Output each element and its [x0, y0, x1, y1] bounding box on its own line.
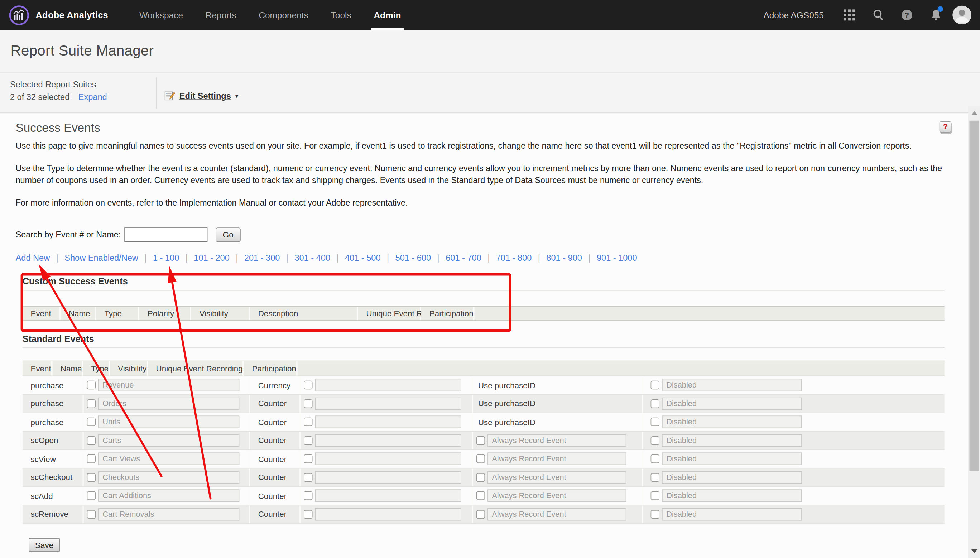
participation-checkbox[interactable] [651, 473, 660, 482]
event-range-link[interactable]: Add New [16, 253, 50, 263]
participation-checkbox[interactable] [651, 491, 660, 500]
scroll-down-arrow[interactable] [968, 544, 980, 558]
vertical-scrollbar[interactable] [968, 107, 980, 558]
participation-checkbox[interactable] [651, 455, 660, 463]
visibility-input[interactable] [315, 471, 461, 484]
visibility-checkbox[interactable] [304, 418, 312, 426]
go-button[interactable]: Go [216, 227, 240, 242]
event-range-link[interactable]: 1 - 100 [153, 253, 179, 263]
event-name-input[interactable] [98, 397, 239, 410]
column-header: Event [23, 361, 52, 376]
event-range-link[interactable]: 301 - 400 [294, 253, 330, 263]
column-header: Description [250, 307, 358, 320]
scrollbar-thumb[interactable] [969, 121, 978, 471]
event-range-link[interactable]: Show Enabled/New [64, 253, 138, 263]
event-name-input[interactable] [98, 508, 239, 520]
event-range-link[interactable]: 601 - 700 [446, 253, 481, 263]
event-name-input[interactable] [98, 434, 239, 446]
unique-event-recording-checkbox[interactable] [476, 436, 485, 445]
participation-input[interactable] [662, 416, 802, 428]
edit-settings-menu[interactable]: Edit Settings ▾ [164, 90, 238, 101]
column-header: Type [83, 361, 110, 376]
name-enable-checkbox[interactable] [87, 418, 96, 426]
visibility-input[interactable] [315, 379, 461, 391]
save-button[interactable]: Save [29, 538, 60, 551]
event-search-input[interactable] [125, 227, 208, 242]
visibility-input[interactable] [315, 490, 461, 502]
visibility-checkbox[interactable] [304, 473, 312, 482]
event-name-input[interactable] [98, 453, 239, 465]
expand-link[interactable]: Expand [79, 92, 107, 102]
event-name-input[interactable] [98, 379, 239, 391]
help-icon[interactable]: ? [895, 3, 919, 27]
org-switcher[interactable]: Adobe AGS055 [763, 10, 824, 20]
unique-event-recording-checkbox[interactable] [476, 510, 485, 518]
visibility-input[interactable] [315, 397, 461, 410]
name-enable-checkbox[interactable] [87, 399, 96, 408]
visibility-input[interactable] [315, 434, 461, 446]
event-range-link[interactable]: 901 - 1000 [597, 253, 637, 263]
participation-input[interactable] [662, 508, 802, 520]
unique-event-recording-input[interactable] [488, 453, 626, 465]
visibility-checkbox[interactable] [304, 399, 312, 408]
event-range-link[interactable]: 401 - 500 [345, 253, 381, 263]
name-enable-checkbox[interactable] [87, 455, 96, 463]
visibility-checkbox[interactable] [304, 436, 312, 445]
name-enable-checkbox[interactable] [87, 436, 96, 445]
participation-input[interactable] [662, 397, 802, 410]
search-icon[interactable] [867, 3, 890, 27]
participation-input[interactable] [662, 379, 802, 391]
unique-event-recording-input[interactable] [488, 490, 626, 502]
event-range-link[interactable]: 501 - 600 [396, 253, 431, 263]
participation-input[interactable] [662, 490, 802, 502]
event-range-link[interactable]: 201 - 300 [244, 253, 280, 263]
event-range-link[interactable]: 701 - 800 [496, 253, 532, 263]
participation-checkbox[interactable] [651, 418, 660, 426]
visibility-input[interactable] [315, 416, 461, 428]
name-enable-checkbox[interactable] [87, 473, 96, 482]
nav-item[interactable]: Components [249, 0, 318, 30]
event-range-link[interactable]: 801 - 900 [546, 253, 582, 263]
app-switcher-icon[interactable] [837, 3, 861, 27]
table-row: purchase Counter Use purcha [23, 395, 944, 413]
visibility-checkbox[interactable] [304, 381, 312, 389]
visibility-checkbox[interactable] [304, 510, 312, 518]
visibility-input[interactable] [315, 453, 461, 465]
nav-item[interactable]: Workspace [129, 0, 193, 30]
event-type: Counter [250, 454, 287, 463]
participation-checkbox[interactable] [651, 381, 660, 389]
column-header: Name [52, 361, 83, 376]
participation-checkbox[interactable] [651, 436, 660, 445]
participation-input[interactable] [662, 434, 802, 446]
unique-event-recording-checkbox[interactable] [476, 491, 485, 500]
unique-event-recording-checkbox[interactable] [476, 473, 485, 482]
user-avatar[interactable] [952, 6, 971, 25]
event-name-input[interactable] [98, 416, 239, 428]
event-name-input[interactable] [98, 471, 239, 484]
name-enable-checkbox[interactable] [87, 381, 96, 389]
unique-event-recording-input[interactable] [488, 508, 626, 520]
event-id: scRemove [23, 510, 69, 519]
name-enable-checkbox[interactable] [87, 510, 96, 518]
visibility-checkbox[interactable] [304, 455, 312, 463]
brand[interactable]: Adobe Analytics [8, 5, 108, 25]
name-enable-checkbox[interactable] [87, 491, 96, 500]
visibility-input[interactable] [315, 508, 461, 520]
event-name-input[interactable] [98, 490, 239, 502]
unique-event-recording-input[interactable] [488, 471, 626, 484]
visibility-checkbox[interactable] [304, 491, 312, 500]
unique-event-recording-checkbox[interactable] [476, 455, 485, 463]
scroll-up-arrow[interactable] [968, 107, 980, 120]
participation-input[interactable] [662, 471, 802, 484]
nav-item[interactable]: Reports [195, 0, 246, 30]
context-help-icon[interactable]: ? [939, 121, 951, 133]
participation-input[interactable] [662, 453, 802, 465]
participation-checkbox[interactable] [651, 510, 660, 518]
unique-event-recording-input[interactable] [488, 434, 626, 446]
event-range-link[interactable]: 101 - 200 [194, 253, 230, 263]
nav-item[interactable]: Tools [321, 0, 361, 30]
participation-checkbox[interactable] [651, 399, 660, 408]
nav-item[interactable]: Admin [364, 0, 411, 30]
notifications-bell-icon[interactable] [924, 3, 947, 27]
event-search-row: Search by Event # or Name: Go [16, 227, 240, 242]
